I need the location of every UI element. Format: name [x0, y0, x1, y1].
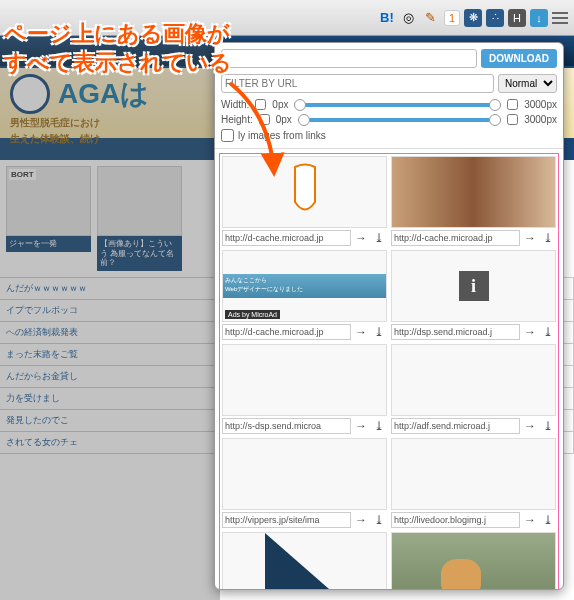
image-cell: http://s-dsp.send.microa→⤓	[222, 344, 387, 434]
image-preview[interactable]	[391, 344, 556, 416]
hamburger-icon[interactable]	[552, 12, 568, 24]
open-icon[interactable]: →	[353, 230, 369, 246]
hatena-icon[interactable]: B!	[378, 9, 396, 27]
thumb-label: 【画像あり】こういう 為服ってなんて名前？	[97, 236, 182, 271]
filter-mode-select[interactable]: Normal	[498, 74, 557, 93]
open-icon[interactable]: →	[522, 512, 538, 528]
image-preview[interactable]: みんなここからWebデザイナーになりましたAds by MicroAd	[222, 250, 387, 322]
height-max-check[interactable]	[507, 114, 518, 125]
open-icon[interactable]: →	[353, 512, 369, 528]
save-subfolder-input[interactable]	[221, 49, 477, 68]
circle-icon[interactable]: ◎	[400, 9, 418, 27]
height-slider[interactable]	[298, 118, 501, 122]
open-icon[interactable]: →	[353, 418, 369, 434]
ad-badge: Ads by MicroAd	[225, 310, 280, 319]
download-button[interactable]: DOWNLOAD	[481, 49, 557, 68]
image-url[interactable]: http://s-dsp.send.microa	[222, 418, 351, 434]
thumb-card[interactable]: 【画像あり】こういう 為服ってなんて名前？	[97, 166, 182, 271]
image-preview[interactable]	[391, 532, 556, 589]
image-cell: ihttp://dsp.send.microad.j→⤓	[391, 250, 556, 340]
grid-icon[interactable]: ∴	[486, 9, 504, 27]
image-url[interactable]: http://dsp.send.microad.j	[391, 324, 520, 340]
width-slider[interactable]	[294, 103, 501, 107]
download-icon[interactable]: ⤓	[540, 418, 556, 434]
thumb-label: ジャーを一発	[6, 236, 91, 252]
download-icon[interactable]: ⤓	[540, 324, 556, 340]
image-cell: http://livedoor.blogimg.j→⤓	[391, 438, 556, 528]
download-icon[interactable]: ⤓	[540, 512, 556, 528]
count-badge[interactable]: 1	[444, 10, 460, 26]
open-icon[interactable]: →	[353, 324, 369, 340]
image-url[interactable]: http://d-cache.microad.jp	[391, 230, 520, 246]
image-preview[interactable]	[391, 438, 556, 510]
thumb-card[interactable]: BORT ジャーを一発	[6, 166, 91, 271]
h-icon[interactable]: H	[508, 9, 526, 27]
image-url[interactable]: http://livedoor.blogimg.j	[391, 512, 520, 528]
pencil-icon[interactable]: ✎	[422, 9, 440, 27]
image-url[interactable]: http://d-cache.microad.jp	[222, 230, 351, 246]
download-ext-icon[interactable]: ↓	[530, 9, 548, 27]
image-cell: http://adf.send.microad.j→⤓	[391, 344, 556, 434]
open-icon[interactable]: →	[522, 230, 538, 246]
image-cell: http://vippers.jp/site/ima→⤓	[222, 438, 387, 528]
image-preview[interactable]	[391, 156, 556, 228]
annotation-text: ページ上にある画像が すべて表示されている	[4, 20, 232, 77]
image-url[interactable]: http://adf.send.microad.j	[391, 418, 520, 434]
download-icon[interactable]: ⤓	[371, 418, 387, 434]
image-preview[interactable]	[222, 344, 387, 416]
open-icon[interactable]: →	[522, 324, 538, 340]
image-grid: http://d-cache.microad.jp→⤓http://d-cach…	[215, 148, 563, 589]
download-icon[interactable]: ⤓	[371, 324, 387, 340]
open-icon[interactable]: →	[522, 418, 538, 434]
image-cell: みんなここからWebデザイナーになりましたAds by MicroAdhttp:…	[222, 250, 387, 340]
download-icon[interactable]: ⤓	[371, 512, 387, 528]
width-max-check[interactable]	[507, 99, 518, 110]
image-cell: http://d-cache.microad.jp→⤓	[391, 156, 556, 246]
snowflake-icon[interactable]: ❋	[464, 9, 482, 27]
image-url[interactable]: http://d-cache.microad.jp	[222, 324, 351, 340]
download-icon[interactable]: ⤓	[540, 230, 556, 246]
site-logo-icon	[10, 74, 50, 114]
annotation-arrow-icon	[220, 75, 300, 195]
image-cell: http://dsp.send.microad.j→⤓	[391, 532, 556, 589]
image-preview[interactable]: i	[391, 250, 556, 322]
image-preview[interactable]	[222, 532, 387, 589]
image-url[interactable]: http://vippers.jp/site/ima	[222, 512, 351, 528]
download-icon[interactable]: ⤓	[371, 230, 387, 246]
image-cell: http://d-cache.microad.jp→⤓	[222, 532, 387, 589]
site-title: AGAは	[58, 75, 149, 113]
image-preview[interactable]	[222, 438, 387, 510]
